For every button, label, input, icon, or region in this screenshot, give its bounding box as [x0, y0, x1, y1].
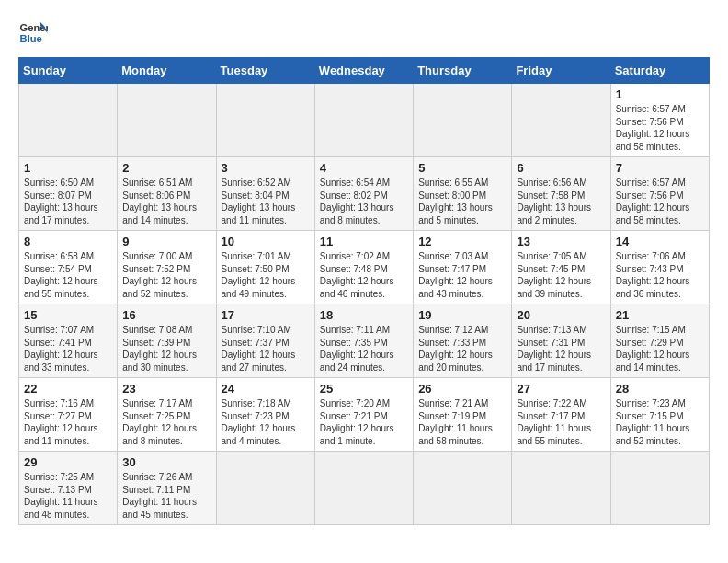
calendar-cell: 29Sunrise: 7:25 AMSunset: 7:13 PMDayligh… — [19, 452, 118, 525]
cell-info: Sunrise: 7:08 AMSunset: 7:39 PMDaylight:… — [122, 325, 197, 373]
calendar-cell: 4Sunrise: 6:54 AMSunset: 8:02 PMDaylight… — [314, 157, 413, 231]
calendar-header-row: SundayMondayTuesdayWednesdayThursdayFrid… — [19, 58, 710, 84]
cell-info: Sunrise: 6:57 AMSunset: 7:56 PMDaylight:… — [616, 104, 690, 152]
logo-icon: General Blue — [18, 18, 48, 48]
day-number: 1 — [616, 87, 704, 101]
calendar-cell: 20Sunrise: 7:13 AMSunset: 7:31 PMDayligh… — [512, 304, 610, 378]
calendar-cell: 30Sunrise: 7:26 AMSunset: 7:11 PMDayligh… — [118, 452, 216, 525]
calendar-cell — [19, 84, 118, 157]
calendar-cell: 12Sunrise: 7:03 AMSunset: 7:47 PMDayligh… — [414, 231, 512, 304]
day-number: 7 — [616, 161, 704, 175]
calendar-week-row: 1Sunrise: 6:57 AMSunset: 7:56 PMDaylight… — [19, 84, 710, 157]
day-number: 27 — [517, 382, 605, 396]
day-number: 12 — [418, 235, 506, 248]
day-number: 9 — [122, 235, 210, 248]
cell-info: Sunrise: 7:20 AMSunset: 7:21 PMDaylight:… — [320, 398, 394, 446]
cell-info: Sunrise: 7:01 AMSunset: 7:50 PMDaylight:… — [222, 251, 296, 299]
day-number: 8 — [24, 235, 112, 248]
calendar-cell: 18Sunrise: 7:11 AMSunset: 7:35 PMDayligh… — [314, 304, 413, 378]
calendar-week-row: 22Sunrise: 7:16 AMSunset: 7:27 PMDayligh… — [19, 378, 710, 452]
calendar-cell: 16Sunrise: 7:08 AMSunset: 7:39 PMDayligh… — [118, 304, 216, 378]
calendar-cell: 13Sunrise: 7:05 AMSunset: 7:45 PMDayligh… — [512, 231, 610, 304]
day-number: 26 — [418, 382, 506, 396]
calendar-cell — [414, 452, 512, 525]
day-number: 13 — [517, 235, 605, 248]
day-number: 23 — [122, 382, 210, 396]
cell-info: Sunrise: 7:05 AMSunset: 7:45 PMDaylight:… — [517, 251, 591, 299]
calendar-cell: 23Sunrise: 7:17 AMSunset: 7:25 PMDayligh… — [118, 378, 216, 452]
cell-info: Sunrise: 6:50 AMSunset: 8:07 PMDaylight:… — [24, 178, 98, 225]
day-number: 24 — [222, 382, 310, 396]
cell-info: Sunrise: 6:57 AMSunset: 7:56 PMDaylight:… — [616, 178, 690, 225]
day-number: 10 — [222, 235, 310, 248]
calendar-cell: 10Sunrise: 7:01 AMSunset: 7:50 PMDayligh… — [216, 231, 314, 304]
day-number: 22 — [24, 382, 112, 396]
calendar-cell: 15Sunrise: 7:07 AMSunset: 7:41 PMDayligh… — [19, 304, 118, 378]
calendar-cell: 28Sunrise: 7:23 AMSunset: 7:15 PMDayligh… — [610, 378, 709, 452]
day-number: 2 — [122, 161, 210, 175]
calendar-cell: 27Sunrise: 7:22 AMSunset: 7:17 PMDayligh… — [512, 378, 610, 452]
calendar-week-row: 1Sunrise: 6:50 AMSunset: 8:07 PMDaylight… — [19, 157, 710, 231]
calendar-cell — [216, 452, 314, 525]
calendar-cell — [118, 84, 216, 157]
calendar-cell — [512, 452, 610, 525]
cell-info: Sunrise: 7:07 AMSunset: 7:41 PMDaylight:… — [24, 325, 98, 373]
cell-info: Sunrise: 6:58 AMSunset: 7:54 PMDaylight:… — [24, 251, 98, 299]
day-number: 18 — [320, 308, 408, 322]
calendar-cell — [216, 84, 314, 157]
cell-info: Sunrise: 7:02 AMSunset: 7:48 PMDaylight:… — [320, 251, 394, 299]
header-friday: Friday — [512, 58, 610, 84]
cell-info: Sunrise: 7:03 AMSunset: 7:47 PMDaylight:… — [418, 251, 493, 299]
header-saturday: Saturday — [610, 58, 709, 84]
day-number: 30 — [122, 455, 210, 469]
cell-info: Sunrise: 7:22 AMSunset: 7:17 PMDaylight:… — [517, 398, 591, 446]
day-number: 28 — [616, 382, 704, 396]
cell-info: Sunrise: 7:18 AMSunset: 7:23 PMDaylight:… — [222, 398, 296, 446]
calendar-cell: 19Sunrise: 7:12 AMSunset: 7:33 PMDayligh… — [414, 304, 512, 378]
calendar-week-row: 15Sunrise: 7:07 AMSunset: 7:41 PMDayligh… — [19, 304, 710, 378]
cell-info: Sunrise: 7:15 AMSunset: 7:29 PMDaylight:… — [616, 325, 690, 373]
svg-text:Blue: Blue — [20, 33, 42, 44]
calendar-cell — [414, 84, 512, 157]
day-number: 3 — [222, 161, 310, 175]
day-number: 29 — [24, 455, 112, 469]
calendar-cell: 9Sunrise: 7:00 AMSunset: 7:52 PMDaylight… — [118, 231, 216, 304]
cell-info: Sunrise: 7:25 AMSunset: 7:13 PMDaylight:… — [24, 472, 98, 520]
cell-info: Sunrise: 7:16 AMSunset: 7:27 PMDaylight:… — [24, 398, 98, 446]
header-monday: Monday — [118, 58, 216, 84]
day-number: 20 — [517, 308, 605, 322]
calendar-week-row: 29Sunrise: 7:25 AMSunset: 7:13 PMDayligh… — [19, 452, 710, 525]
cell-info: Sunrise: 6:54 AMSunset: 8:02 PMDaylight:… — [320, 178, 394, 225]
calendar-cell — [314, 452, 413, 525]
day-number: 6 — [517, 161, 605, 175]
cell-info: Sunrise: 7:12 AMSunset: 7:33 PMDaylight:… — [418, 325, 493, 373]
day-number: 25 — [320, 382, 408, 396]
calendar-cell: 21Sunrise: 7:15 AMSunset: 7:29 PMDayligh… — [610, 304, 709, 378]
calendar-week-row: 8Sunrise: 6:58 AMSunset: 7:54 PMDaylight… — [19, 231, 710, 304]
logo: General Blue — [18, 18, 48, 48]
calendar-cell: 14Sunrise: 7:06 AMSunset: 7:43 PMDayligh… — [610, 231, 709, 304]
calendar-cell: 25Sunrise: 7:20 AMSunset: 7:21 PMDayligh… — [314, 378, 413, 452]
cell-info: Sunrise: 7:21 AMSunset: 7:19 PMDaylight:… — [418, 398, 493, 446]
calendar-cell: 7Sunrise: 6:57 AMSunset: 7:56 PMDaylight… — [610, 157, 709, 231]
day-number: 11 — [320, 235, 408, 248]
cell-info: Sunrise: 7:17 AMSunset: 7:25 PMDaylight:… — [122, 398, 197, 446]
calendar-cell: 8Sunrise: 6:58 AMSunset: 7:54 PMDaylight… — [19, 231, 118, 304]
day-number: 15 — [24, 308, 112, 322]
header-thursday: Thursday — [414, 58, 512, 84]
day-number: 17 — [222, 308, 310, 322]
calendar-cell: 22Sunrise: 7:16 AMSunset: 7:27 PMDayligh… — [19, 378, 118, 452]
calendar-cell: 2Sunrise: 6:51 AMSunset: 8:06 PMDaylight… — [118, 157, 216, 231]
day-number: 21 — [616, 308, 704, 322]
calendar-cell: 11Sunrise: 7:02 AMSunset: 7:48 PMDayligh… — [314, 231, 413, 304]
calendar-cell — [610, 452, 709, 525]
header-wednesday: Wednesday — [314, 58, 413, 84]
cell-info: Sunrise: 6:56 AMSunset: 7:58 PMDaylight:… — [517, 178, 591, 225]
calendar-cell: 6Sunrise: 6:56 AMSunset: 7:58 PMDaylight… — [512, 157, 610, 231]
calendar-cell: 1Sunrise: 6:57 AMSunset: 7:56 PMDaylight… — [610, 84, 709, 157]
cell-info: Sunrise: 6:52 AMSunset: 8:04 PMDaylight:… — [222, 178, 296, 225]
day-number: 19 — [418, 308, 506, 322]
page-header: General Blue — [18, 18, 710, 48]
day-number: 1 — [24, 161, 112, 175]
cell-info: Sunrise: 7:13 AMSunset: 7:31 PMDaylight:… — [517, 325, 591, 373]
